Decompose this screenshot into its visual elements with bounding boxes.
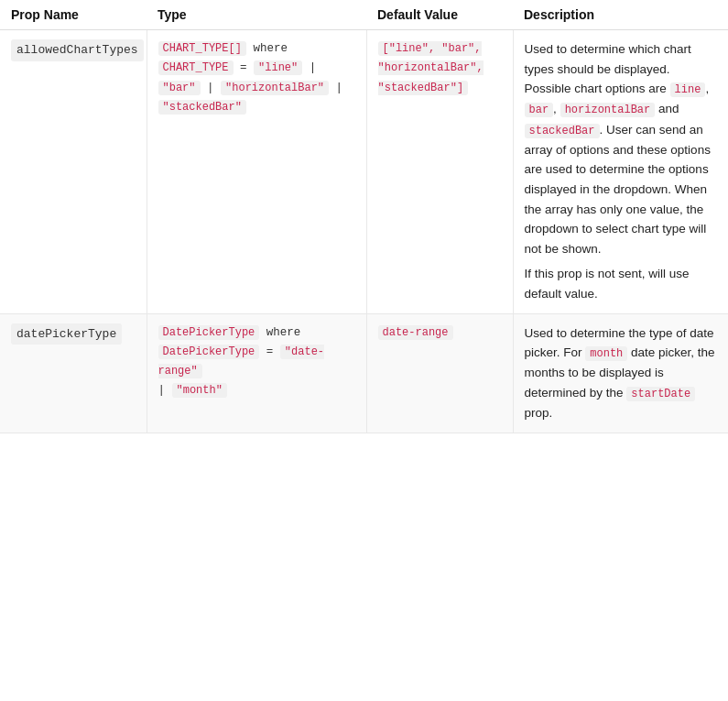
desc-code-startdate: startDate [626,387,695,401]
prop-name-cell-2: datePickerType [0,313,147,433]
description-cell: Used to determine which chart types shou… [513,30,728,314]
description-cell-2: Used to determine the type of date picke… [513,313,728,433]
desc-text-2: If this prop is not sent, will use defau… [525,264,718,303]
type-val-month-wrap: | "month" [158,383,227,398]
header-type: Type [147,0,366,30]
type-cell-2: DatePickerType where DatePickerType = "d… [147,313,366,433]
prop-name-cell: allowedChartTypes [0,30,147,314]
table-row: allowedChartTypes CHART_TYPE[] where CHA… [0,30,728,314]
type-code-dpt: DatePickerType [158,325,260,340]
type-val-sbar: "stackedBar" [158,100,246,115]
desc-text-3: Used to determine the type of date picke… [525,323,718,423]
header-default-value: Default Value [366,0,513,30]
desc-code-bar: bar [525,103,554,117]
desc-text-1: Used to determine which chart types shou… [525,39,718,258]
default-value-code-2: date-range [378,325,453,340]
desc-code-hbar: horizontalBar [560,103,656,117]
desc-code-line: line [670,82,706,97]
desc-code-sbar: stackedBar [525,124,600,138]
type-eq: = "line" | [240,60,316,75]
type-val-month: "month" [172,383,227,398]
header-description: Description [513,0,728,30]
type-val-line: "line" [254,60,302,75]
default-cell: ["line", "bar","horizontalBar","stackedB… [366,30,513,314]
table-row: datePickerType DatePickerType where Date… [0,313,728,433]
type-val-hbar: "horizontalBar" [221,81,329,95]
header-prop-name: Prop Name [0,0,147,30]
type-cell: CHART_TYPE[] where CHART_TYPE = "line" |… [147,30,366,314]
props-table-container: Prop Name Type Default Value Description… [0,0,728,433]
prop-name-value: allowedChartTypes [11,39,144,61]
desc-code-month: month [585,346,627,361]
default-cell-2: date-range [366,313,513,433]
type-where-2: where [266,326,301,339]
type-val-bar: "bar" [158,81,201,95]
props-table: Prop Name Type Default Value Description… [0,0,728,433]
type-code-chunk2: CHART_TYPE [158,60,234,75]
type-code-chunk1: CHART_TYPE[] [158,41,246,56]
type-where: where [253,42,288,55]
type-code-dpt2: DatePickerType [158,345,260,359]
default-value-code: ["line", "bar","horizontalBar","stackedB… [378,41,484,95]
prop-name-value-2: datePickerType [11,323,122,345]
type-val-bar-wrap: "bar" | "horizontalBar" | [158,81,343,95]
